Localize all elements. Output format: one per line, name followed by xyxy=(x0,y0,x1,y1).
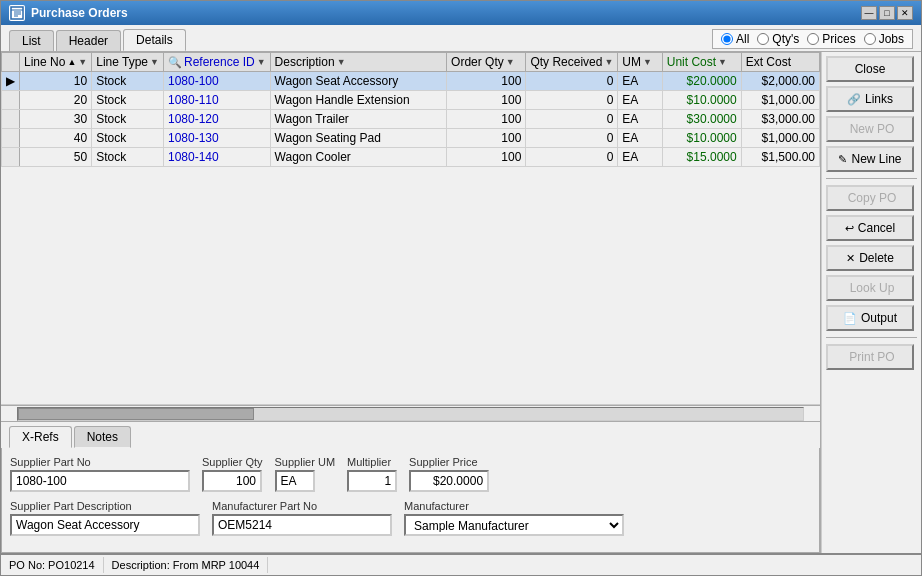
cell-line_type: Stock xyxy=(92,72,164,91)
minimize-button[interactable]: — xyxy=(861,6,877,20)
table-row[interactable]: 50Stock1080-140Wagon Cooler1000EA$15.000… xyxy=(2,148,820,167)
cell-qty_received: 0 xyxy=(526,91,618,110)
cell-order_qty: 100 xyxy=(447,110,526,129)
supplier-qty-input[interactable] xyxy=(202,470,262,492)
supplier-qty-group: Supplier Qty xyxy=(202,456,263,492)
cell-description: Wagon Seating Pad xyxy=(270,129,447,148)
cell-line_no: 10 xyxy=(20,72,92,91)
supplier-part-no-input[interactable] xyxy=(10,470,190,492)
new-po-button[interactable]: New PO xyxy=(826,116,914,142)
col-header-lineno[interactable]: Line No ▲ ▼ xyxy=(20,53,92,72)
tabs-bar: List Header Details All Qty's Prices Job… xyxy=(1,25,921,52)
copy-po-button[interactable]: Copy PO xyxy=(826,185,914,211)
maximize-button[interactable]: □ xyxy=(879,6,895,20)
cell-um: EA xyxy=(618,110,662,129)
manufacturer-part-no-label: Manufacturer Part No xyxy=(212,500,392,512)
filter-icon-orderqty[interactable]: ▼ xyxy=(506,57,515,67)
cell-line_no: 40 xyxy=(20,129,92,148)
cell-qty_received: 0 xyxy=(526,129,618,148)
tab-list[interactable]: List xyxy=(9,30,54,51)
sub-tab-xrefs[interactable]: X-Refs xyxy=(9,426,72,448)
filter-icon-unitcost[interactable]: ▼ xyxy=(718,57,727,67)
filter-icon-desc[interactable]: ▼ xyxy=(337,57,346,67)
table-row[interactable]: ▶10Stock1080-100Wagon Seat Accessory1000… xyxy=(2,72,820,91)
supplier-part-no-group: Supplier Part No xyxy=(10,456,190,492)
cell-um: EA xyxy=(618,129,662,148)
col-header-linetype[interactable]: Line Type ▼ xyxy=(92,53,164,72)
sub-tab-notes[interactable]: Notes xyxy=(74,426,131,448)
row-indicator: ▶ xyxy=(2,72,20,91)
cell-reference_id[interactable]: 1080-100 xyxy=(163,72,270,91)
supplier-price-label: Supplier Price xyxy=(409,456,489,468)
cell-unit_cost: $30.0000 xyxy=(662,110,741,129)
col-header-description[interactable]: Description ▼ xyxy=(270,53,447,72)
tab-header[interactable]: Header xyxy=(56,30,121,51)
look-up-button[interactable]: Look Up xyxy=(826,275,914,301)
output-button[interactable]: 📄 Output xyxy=(826,305,914,331)
cell-reference_id[interactable]: 1080-120 xyxy=(163,110,270,129)
cell-description: Wagon Trailer xyxy=(270,110,447,129)
cell-ext_cost: $1,500.00 xyxy=(741,148,819,167)
filter-icon-linetype[interactable]: ▼ xyxy=(150,57,159,67)
radio-all[interactable]: All xyxy=(721,32,749,46)
multiplier-label: Multiplier xyxy=(347,456,397,468)
status-bar: PO No: PO10214 Description: From MRP 100… xyxy=(1,553,921,575)
table-row[interactable]: 40Stock1080-130Wagon Seating Pad1000EA$1… xyxy=(2,129,820,148)
main-content: Line No ▲ ▼ Line Type ▼ xyxy=(1,52,921,553)
new-line-button[interactable]: ✎ New Line xyxy=(826,146,914,172)
multiplier-input[interactable] xyxy=(347,470,397,492)
close-window-button[interactable]: ✕ xyxy=(897,6,913,20)
cell-unit_cost: $20.0000 xyxy=(662,72,741,91)
col-header-extcost[interactable]: Ext Cost xyxy=(741,53,819,72)
delete-button[interactable]: ✕ Delete xyxy=(826,245,914,271)
supplier-price-group: Supplier Price xyxy=(409,456,489,492)
cell-reference_id[interactable]: 1080-110 xyxy=(163,91,270,110)
left-panel: Line No ▲ ▼ Line Type ▼ xyxy=(1,52,821,553)
radio-jobs[interactable]: Jobs xyxy=(864,32,904,46)
sort-icon: ▲ xyxy=(67,57,76,67)
main-window: Purchase Orders — □ ✕ List Header Detail… xyxy=(0,0,922,576)
col-header-um[interactable]: UM ▼ xyxy=(618,53,662,72)
divider-1 xyxy=(826,178,917,179)
cell-unit_cost: $10.0000 xyxy=(662,91,741,110)
manufacturer-select[interactable]: Sample Manufacturer xyxy=(404,514,624,536)
cell-description: Wagon Handle Extension xyxy=(270,91,447,110)
supplier-price-input[interactable] xyxy=(409,470,489,492)
supplier-qty-label: Supplier Qty xyxy=(202,456,263,468)
row-indicator xyxy=(2,129,20,148)
cell-line_type: Stock xyxy=(92,91,164,110)
manufacturer-part-no-input[interactable] xyxy=(212,514,392,536)
radio-prices[interactable]: Prices xyxy=(807,32,855,46)
supplier-part-desc-label: Supplier Part Description xyxy=(10,500,200,512)
links-icon: 🔗 xyxy=(847,93,861,106)
radio-qtys[interactable]: Qty's xyxy=(757,32,799,46)
print-po-button[interactable]: Print PO xyxy=(826,344,914,370)
col-header-refid[interactable]: 🔍 Reference ID ▼ xyxy=(163,53,270,72)
cell-reference_id[interactable]: 1080-130 xyxy=(163,129,270,148)
table-row[interactable]: 30Stock1080-120Wagon Trailer1000EA$30.00… xyxy=(2,110,820,129)
col-header-unitcost[interactable]: Unit Cost ▼ xyxy=(662,53,741,72)
horizontal-scrollbar[interactable] xyxy=(1,405,820,421)
window-title: Purchase Orders xyxy=(31,6,128,20)
view-radio-group: All Qty's Prices Jobs xyxy=(712,29,913,49)
col-header-orderqty[interactable]: Order Qty ▼ xyxy=(447,53,526,72)
col-header-qtyreceived[interactable]: Qty Received ▼ xyxy=(526,53,618,72)
cancel-button[interactable]: ↩ Cancel xyxy=(826,215,914,241)
table-row[interactable]: 20Stock1080-110Wagon Handle Extension100… xyxy=(2,91,820,110)
svg-rect-0 xyxy=(11,7,23,19)
tab-details[interactable]: Details xyxy=(123,29,186,51)
supplier-part-desc-input[interactable] xyxy=(10,514,200,536)
filter-icon-refid[interactable]: ▼ xyxy=(257,57,266,67)
right-panel: Close 🔗 Links New PO ✎ New Line Copy PO … xyxy=(821,52,921,553)
filter-icon-um[interactable]: ▼ xyxy=(643,57,652,67)
details-table-container[interactable]: Line No ▲ ▼ Line Type ▼ xyxy=(1,52,820,405)
cell-reference_id[interactable]: 1080-140 xyxy=(163,148,270,167)
filter-icon-qtyreceived[interactable]: ▼ xyxy=(604,57,613,67)
links-button[interactable]: 🔗 Links xyxy=(826,86,914,112)
cell-line_no: 30 xyxy=(20,110,92,129)
cell-description: Wagon Cooler xyxy=(270,148,447,167)
supplier-um-input[interactable] xyxy=(275,470,315,492)
close-button[interactable]: Close xyxy=(826,56,914,82)
search-icon: 🔍 xyxy=(168,56,182,69)
filter-icon-lineno[interactable]: ▼ xyxy=(78,57,87,67)
